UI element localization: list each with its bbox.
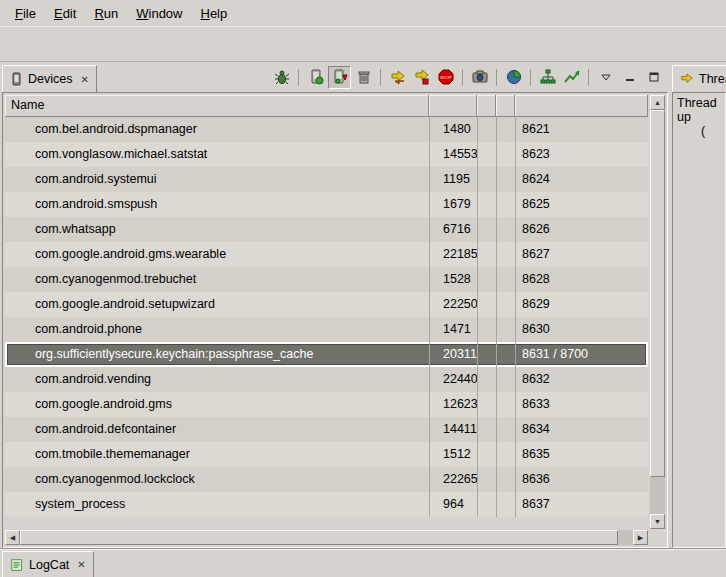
process-cell-empty1 [477,242,496,267]
scroll-left-icon[interactable]: ◀ [5,530,20,545]
process-name: com.cyanogenmod.lockclock [5,467,429,492]
process-name: com.android.vending [5,367,429,392]
menu-window[interactable]: Window [127,3,191,24]
process-pid: 14553 [429,142,477,167]
column-header-empty1[interactable] [477,95,496,117]
pixel-perfect-icon[interactable] [560,66,583,89]
dump-hprof-icon[interactable] [328,66,351,89]
process-row[interactable]: com.google.android.setupwizard 22250 862… [5,292,648,317]
toolbar-separator [496,69,497,86]
process-port: 8629 [515,292,648,317]
menu-file[interactable]: File [6,3,45,24]
column-header-pid[interactable] [429,95,477,117]
process-list: com.bel.android.dspmanager 1480 8621 com… [5,117,648,517]
process-cell-empty2 [496,242,515,267]
process-pid: 12623 [429,392,477,417]
debug-icon[interactable] [270,66,293,89]
process-row[interactable]: com.cyanogenmod.lockclock 22265 8636 [5,467,648,492]
process-cell-empty1 [477,142,496,167]
toolbar-separator [462,69,463,86]
process-port: 8623 [515,142,648,167]
view-menu-icon[interactable] [594,66,617,89]
screen-capture-icon[interactable] [468,66,491,89]
process-row[interactable]: com.android.defcontainer 14411 8634 [5,417,648,442]
tab-threads[interactable]: Threads [672,65,726,92]
minimize-icon[interactable] [618,66,641,89]
process-port: 8627 [515,242,648,267]
process-port: 8634 [515,417,648,442]
horizontal-scrollbar-thumb[interactable] [20,530,618,545]
process-pid: 20311 [429,342,477,367]
process-row[interactable]: com.android.phone 1471 8630 [5,317,648,342]
vertical-scrollbar[interactable]: ▲ ▼ [650,95,665,529]
process-row[interactable]: com.google.android.gms 12623 8633 [5,392,648,417]
scroll-up-icon[interactable]: ▲ [650,95,665,110]
threads-message-line1: Thread up [677,96,721,124]
stop-process-icon[interactable]: STOP [434,66,457,89]
maximize-icon[interactable] [642,66,665,89]
toolbar-separator [380,69,381,86]
hierarchy-view-icon[interactable] [536,66,559,89]
process-name: com.bel.android.dspmanager [5,117,429,142]
devices-toolbar: STOP [270,62,668,92]
column-header-empty2[interactable] [496,95,515,117]
process-name: com.google.android.gms [5,392,429,417]
device-table: Name com.bel.android.dspmanager 1480 862… [5,95,648,529]
sysinfo-icon[interactable] [502,66,525,89]
column-header-port[interactable] [515,95,648,117]
process-cell-empty1 [477,167,496,192]
method-profiling-icon[interactable] [410,66,433,89]
process-cell-empty1 [477,492,496,517]
process-row[interactable]: com.google.android.gms.wearable 22185 86… [5,242,648,267]
process-name: com.android.smspush [5,192,429,217]
tab-threads-label: Threads [699,72,726,86]
process-port: 8636 [515,467,648,492]
process-pid: 1471 [429,317,477,342]
process-name: com.android.defcontainer [5,417,429,442]
process-row[interactable]: com.vonglasow.michael.satstat 14553 8623 [5,142,648,167]
process-cell-empty2 [496,442,515,467]
process-row[interactable]: com.cyanogenmod.trebuchet 1528 8628 [5,267,648,292]
vertical-scrollbar-thumb[interactable] [650,110,665,477]
process-row[interactable]: com.tmobile.thememanager 1512 8635 [5,442,648,467]
process-cell-empty1 [477,467,496,492]
close-icon[interactable]: ✕ [77,74,88,85]
process-row[interactable]: system_process 964 8637 [5,492,648,517]
threads-panel: Threads Thread up ( [672,62,726,548]
process-cell-empty1 [477,342,496,367]
horizontal-scrollbar[interactable]: ◀ ▶ [5,530,648,545]
process-pid: 22265 [429,467,477,492]
process-port: 8635 [515,442,648,467]
process-row[interactable]: com.bel.android.dspmanager 1480 8621 [5,117,648,142]
process-name: com.vonglasow.michael.satstat [5,142,429,167]
process-cell-empty2 [496,117,515,142]
close-icon[interactable]: ✕ [74,559,85,570]
update-heap-icon[interactable] [304,66,327,89]
process-row[interactable]: com.android.smspush 1679 8625 [5,192,648,217]
toolbar-separator [298,69,299,86]
process-name: com.android.systemui [5,167,429,192]
scrollbar-corner [650,530,665,545]
process-cell-empty1 [477,292,496,317]
process-port: 8621 [515,117,648,142]
menu-help[interactable]: Help [191,3,236,24]
devices-panel-header: Devices ✕ [2,62,668,92]
process-cell-empty2 [496,392,515,417]
update-threads-icon[interactable] [386,66,409,89]
process-row[interactable]: com.whatsapp 6716 8626 [5,217,648,242]
ddms-window: FileEditRunWindowHelp Devices ✕ [0,0,726,577]
tab-devices[interactable]: Devices ✕ [2,65,97,92]
process-cell-empty2 [496,217,515,242]
process-row[interactable]: com.android.systemui 1195 8624 [5,167,648,192]
tab-logcat[interactable]: LogCat ✕ [2,551,94,577]
process-row[interactable]: com.android.vending 22440 8632 [5,367,648,392]
process-cell-empty2 [496,492,515,517]
process-row[interactable]: org.sufficientlysecure.keychain:passphra… [5,342,648,367]
process-name: org.sufficientlysecure.keychain:passphra… [5,342,429,367]
menu-run[interactable]: Run [85,3,127,24]
menu-edit[interactable]: Edit [45,3,85,24]
scroll-right-icon[interactable]: ▶ [633,530,648,545]
scroll-down-icon[interactable]: ▼ [650,514,665,529]
gc-icon[interactable] [352,66,375,89]
column-header-name[interactable]: Name [5,95,429,117]
